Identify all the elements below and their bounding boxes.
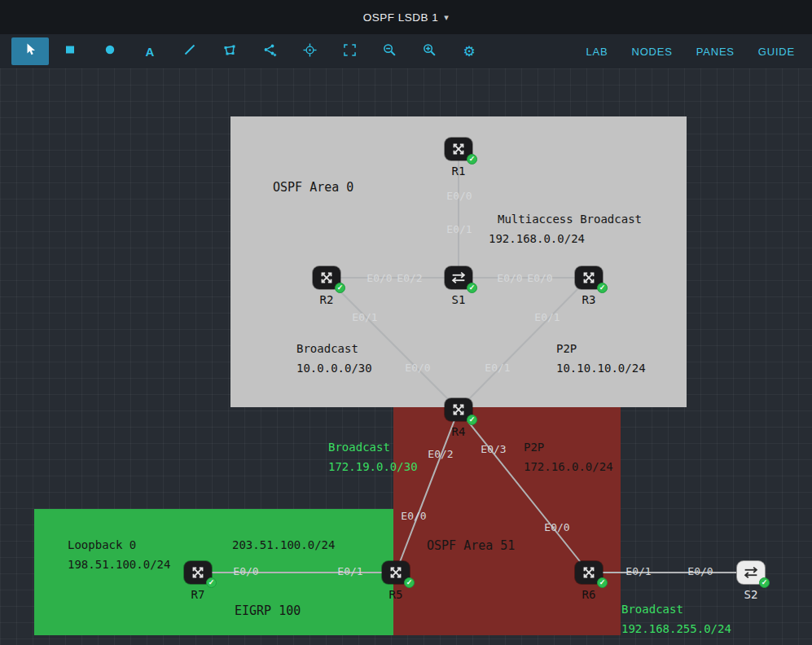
- node-label-s2: S2: [744, 588, 758, 601]
- zoom-out-tool-button[interactable]: [371, 37, 408, 65]
- annotation-4-10-0-0-0-30[interactable]: 10.0.0.0/30: [296, 362, 372, 375]
- node-label-s1: S1: [452, 293, 466, 306]
- router-icon: ✓: [445, 138, 472, 160]
- annotation-10-172-16-0-0-24[interactable]: 172.16.0.0/24: [524, 460, 613, 473]
- node-label-r6: R6: [582, 588, 596, 601]
- annotation-0-ospf-area-0[interactable]: OSPF Area 0: [273, 180, 353, 195]
- line-tool-button[interactable]: [171, 37, 208, 65]
- pointer-icon: [24, 43, 37, 59]
- router-icon: ✓: [575, 561, 603, 584]
- crosshair-tool-button[interactable]: [291, 37, 328, 65]
- menu-nodes[interactable]: NODES: [621, 46, 683, 58]
- topology-canvas[interactable]: E0/0E0/1E0/0E0/2E0/0E0/0E0/1E0/0E0/1E0/1…: [0, 68, 812, 645]
- node-label-r5: R5: [389, 588, 403, 601]
- annotation-8-172-19-0-0-30[interactable]: 172.19.0.0/30: [328, 460, 418, 473]
- iface-label-r4-r5-0: E0/2: [428, 448, 453, 460]
- node-label-r4: R4: [452, 425, 466, 438]
- zoom-in-icon: [423, 43, 436, 59]
- iface-label-r6-s2-0: E0/1: [625, 565, 651, 577]
- router-icon: ✓: [184, 561, 212, 584]
- area-ospf-area-51[interactable]: [393, 407, 621, 635]
- iface-label-r4-r6-1: E0/0: [544, 521, 569, 533]
- switch-icon: ✓: [737, 561, 765, 584]
- switch-icon: ✓: [445, 266, 472, 289]
- iface-label-s1-r3-1: E0/0: [527, 272, 552, 284]
- iface-label-r3-r4-0: E0/1: [534, 311, 560, 323]
- annotation-16-broadcast[interactable]: Broadcast: [621, 603, 683, 616]
- iface-label-r4-r5-1: E0/0: [401, 510, 426, 522]
- router-icon: ✓: [445, 398, 472, 421]
- pointer-tool-button[interactable]: [11, 37, 49, 65]
- status-check-icon: ✓: [404, 577, 415, 588]
- text-tool-button[interactable]: A: [131, 37, 169, 65]
- iface-label-r2-s1-0: E0/0: [366, 272, 392, 284]
- iface-label-r1-s1-0: E0/0: [446, 190, 472, 202]
- annotation-1-multiaccess-broadcast[interactable]: Multiaccess Broadcast: [498, 213, 642, 226]
- annotation-13-198-51-100-0-24[interactable]: 198.51.100.0/24: [68, 558, 170, 571]
- menu-guide[interactable]: GUIDE: [748, 46, 805, 58]
- lab-title[interactable]: OSPF LSDB 1: [363, 11, 439, 24]
- iface-label-r7-r5-1: E0/1: [337, 565, 362, 577]
- rectangle-icon: [64, 44, 76, 59]
- annotation-9-p2p[interactable]: P2P: [524, 441, 544, 454]
- node-label-r3: R3: [582, 293, 596, 306]
- annotation-7-broadcast[interactable]: Broadcast: [328, 441, 390, 454]
- polygon-icon: [223, 44, 236, 59]
- polygon-tool-button[interactable]: [211, 37, 248, 65]
- status-check-icon: ✓: [467, 154, 477, 165]
- menu-lab[interactable]: LAB: [576, 46, 619, 58]
- zoom-out-icon: [383, 43, 396, 59]
- rectangle-tool-button[interactable]: [51, 37, 89, 65]
- status-check-icon: ✓: [597, 577, 608, 588]
- line-icon: [184, 44, 195, 59]
- annotation-11-ospf-area-51[interactable]: OSPF Area 51: [427, 538, 515, 553]
- status-check-icon: ✓: [759, 577, 770, 588]
- fullscreen-icon: [344, 44, 356, 59]
- router-icon: ✓: [382, 561, 410, 584]
- node-label-r2: R2: [320, 293, 334, 306]
- node-label-r7: R7: [191, 588, 205, 601]
- iface-label-r3-r4-1: E0/1: [485, 362, 510, 374]
- annotation-14-203-51-100-0-24[interactable]: 203.51.100.0/24: [232, 538, 335, 551]
- annotation-17-192-168-255-0-24[interactable]: 192.168.255.0/24: [621, 622, 731, 635]
- circle-tool-button[interactable]: [91, 37, 129, 65]
- iface-label-r2-r4-1: E0/0: [405, 362, 430, 374]
- iface-label-s1-r3-0: E0/0: [497, 272, 522, 284]
- iface-label-r6-s2-1: E0/0: [687, 565, 713, 577]
- iface-label-r4-r6-0: E0/3: [481, 443, 506, 455]
- circle-icon: [104, 44, 116, 59]
- toolbar: A: [0, 34, 812, 68]
- annotation-6-10-10-10-0-24[interactable]: 10.10.10.0/24: [556, 362, 646, 375]
- annotation-3-broadcast[interactable]: Broadcast: [296, 342, 358, 355]
- iface-label-r7-r5-0: E0/0: [233, 565, 258, 577]
- annotation-15-eigrp-100[interactable]: EIGRP 100: [235, 603, 301, 618]
- zoom-in-tool-button[interactable]: [410, 37, 448, 65]
- router-icon: ✓: [575, 266, 603, 289]
- text-tool-icon: A: [146, 46, 155, 58]
- iface-label-r2-s1-1: E0/2: [397, 272, 422, 284]
- annotation-12-loopback-0[interactable]: Loopback 0: [68, 538, 136, 551]
- annotation-2-192-168-0-0-24[interactable]: 192.168.0.0/24: [489, 232, 585, 245]
- crosshair-icon: [303, 43, 317, 60]
- chevron-down-icon[interactable]: ▾: [444, 12, 449, 23]
- router-icon: ✓: [313, 266, 340, 289]
- settings-tool-button[interactable]: ⚙: [450, 37, 488, 65]
- network-link-icon: [263, 43, 277, 60]
- iface-label-r2-r4-0: E0/1: [352, 311, 377, 323]
- status-check-icon: ✓: [206, 577, 217, 588]
- status-check-icon: ✓: [597, 283, 608, 293]
- annotation-5-p2p[interactable]: P2P: [556, 342, 577, 355]
- node-label-r1: R1: [452, 165, 466, 178]
- fit-screen-tool-button[interactable]: [331, 37, 368, 65]
- gear-icon: ⚙: [463, 45, 475, 59]
- app-window: OSPF LSDB 1 ▾ A: [0, 0, 812, 645]
- menu-panes[interactable]: PANES: [686, 46, 745, 58]
- status-check-icon: ✓: [467, 283, 477, 293]
- status-check-icon: ✓: [335, 283, 345, 293]
- title-bar: OSPF LSDB 1 ▾: [0, 0, 812, 34]
- status-check-icon: ✓: [467, 415, 477, 425]
- iface-label-r1-s1-1: E0/1: [446, 223, 472, 235]
- add-link-tool-button[interactable]: [251, 37, 288, 65]
